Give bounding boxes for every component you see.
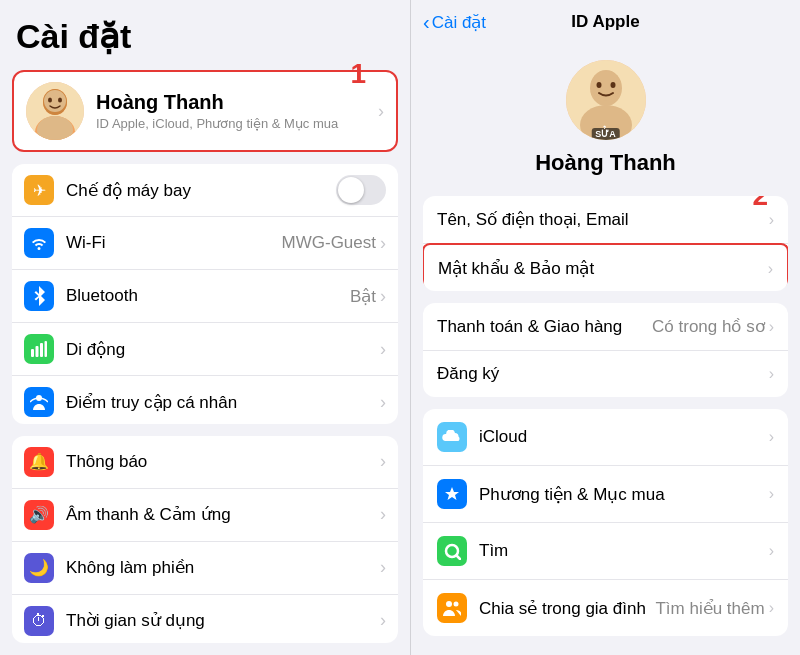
- settings-row-sound[interactable]: 🔊 Âm thanh & Cảm ứng ›: [12, 489, 398, 542]
- media-chevron-icon: ›: [769, 485, 774, 503]
- profile-subtitle: ID Apple, iCloud, Phương tiện & Mục mua: [96, 116, 378, 131]
- payment-chevron-icon: ›: [769, 318, 774, 336]
- step-1-label: 1: [350, 58, 366, 90]
- back-chevron-icon: ‹: [423, 11, 430, 34]
- notifications-chevron-icon: ›: [380, 451, 386, 472]
- wifi-chevron-icon: ›: [380, 233, 386, 254]
- bluetooth-chevron-icon: ›: [380, 286, 386, 307]
- password-chevron-icon: ›: [768, 260, 773, 278]
- screentime-icon: ⏱: [24, 606, 54, 636]
- airplane-icon: ✈: [24, 175, 54, 205]
- right-avatar[interactable]: SỬA: [566, 60, 646, 140]
- wifi-icon: [24, 228, 54, 258]
- right-group-1: 2 Tên, Số điện thoại, Email › Mật khẩu &…: [423, 196, 788, 291]
- payment-value: Có trong hồ sơ: [652, 316, 765, 337]
- hotspot-icon: [24, 387, 54, 417]
- bluetooth-icon: [24, 281, 54, 311]
- right-row-subscriptions[interactable]: Đăng ký ›: [423, 351, 788, 397]
- settings-row-dnd[interactable]: 🌙 Không làm phiền ›: [12, 542, 398, 595]
- settings-row-wifi[interactable]: Wi-Fi MWG-Guest ›: [12, 217, 398, 270]
- svg-point-17: [610, 82, 615, 88]
- sound-icon: 🔊: [24, 500, 54, 530]
- settings-group-1: ✈ Chế độ máy bay Wi-Fi MWG-Guest ›: [12, 164, 398, 424]
- svg-rect-9: [36, 346, 39, 357]
- right-profile-name: Hoàng Thanh: [535, 150, 676, 176]
- family-icon: [437, 593, 467, 623]
- svg-point-6: [58, 98, 62, 103]
- svg-point-21: [446, 601, 452, 607]
- settings-row-screentime[interactable]: ⏱ Thời gian sử dụng ›: [12, 595, 398, 643]
- airplane-toggle[interactable]: [336, 175, 386, 205]
- find-icon: [437, 536, 467, 566]
- svg-point-16: [596, 82, 601, 88]
- left-panel: Cài đặt 1 Hoàng Thanh ID Apple, iCloud, …: [0, 0, 410, 655]
- payment-label: Thanh toán & Giao hàng: [437, 317, 652, 337]
- family-value: Tìm hiểu thêm: [655, 598, 764, 619]
- right-row-media[interactable]: Phương tiện & Mục mua ›: [423, 466, 788, 523]
- back-button[interactable]: ‹ Cài đặt: [423, 11, 486, 34]
- right-row-payment[interactable]: Thanh toán & Giao hàng Có trong hồ sơ ›: [423, 303, 788, 351]
- settings-row-bluetooth[interactable]: Bluetooth Bật ›: [12, 270, 398, 323]
- left-title: Cài đặt: [0, 0, 410, 66]
- svg-point-22: [454, 602, 459, 607]
- right-header: ‹ Cài đặt ID Apple: [411, 0, 800, 44]
- bluetooth-value: Bật: [350, 286, 376, 307]
- right-row-name-phone[interactable]: Tên, Số điện thoại, Email ›: [423, 196, 788, 244]
- sound-label: Âm thanh & Cảm ứng: [66, 504, 380, 525]
- profile-card[interactable]: 1 Hoàng Thanh ID Apple, iCloud, Phương t…: [12, 70, 398, 152]
- avatar: [26, 82, 84, 140]
- profile-chevron-icon: ›: [378, 101, 384, 122]
- settings-row-cellular[interactable]: Di động ›: [12, 323, 398, 376]
- profile-info: Hoàng Thanh ID Apple, iCloud, Phương tiệ…: [96, 91, 378, 131]
- icloud-icon: [437, 422, 467, 452]
- name-phone-label: Tên, Số điện thoại, Email: [437, 209, 769, 230]
- cellular-chevron-icon: ›: [380, 339, 386, 360]
- right-group-2: Thanh toán & Giao hàng Có trong hồ sơ › …: [423, 303, 788, 397]
- find-label: Tìm: [479, 541, 769, 561]
- airplane-label: Chế độ máy bay: [66, 180, 336, 201]
- notifications-label: Thông báo: [66, 452, 380, 472]
- subscriptions-chevron-icon: ›: [769, 365, 774, 383]
- wifi-label: Wi-Fi: [66, 233, 282, 253]
- family-label: Chia sẻ trong gia đình: [479, 598, 655, 619]
- screentime-chevron-icon: ›: [380, 610, 386, 631]
- icloud-label: iCloud: [479, 427, 769, 447]
- settings-row-hotspot[interactable]: Điểm truy cập cá nhân ›: [12, 376, 398, 424]
- hotspot-label: Điểm truy cập cá nhân: [66, 392, 380, 413]
- right-row-password[interactable]: Mật khẩu & Bảo mật ›: [423, 243, 788, 291]
- cellular-label: Di động: [66, 339, 380, 360]
- svg-rect-11: [45, 341, 48, 357]
- screentime-label: Thời gian sử dụng: [66, 610, 380, 631]
- right-panel: ‹ Cài đặt ID Apple SỬA Hoàng Thanh 2 Tên…: [410, 0, 800, 655]
- svg-rect-8: [31, 349, 34, 357]
- family-chevron-icon: ›: [769, 599, 774, 617]
- icloud-chevron-icon: ›: [769, 428, 774, 446]
- svg-point-5: [48, 98, 52, 103]
- settings-group-2: 🔔 Thông báo › 🔊 Âm thanh & Cảm ứng › 🌙 K…: [12, 436, 398, 643]
- svg-line-20: [457, 556, 461, 560]
- edit-badge: SỬA: [591, 128, 620, 140]
- password-label: Mật khẩu & Bảo mật: [438, 258, 768, 279]
- back-label: Cài đặt: [432, 12, 486, 33]
- right-row-family[interactable]: Chia sẻ trong gia đình Tìm hiểu thêm ›: [423, 580, 788, 636]
- right-header-title: ID Apple: [571, 12, 639, 32]
- sound-chevron-icon: ›: [380, 504, 386, 525]
- settings-row-airplane[interactable]: ✈ Chế độ máy bay: [12, 164, 398, 217]
- subscriptions-label: Đăng ký: [437, 364, 769, 384]
- appstore-icon: [437, 479, 467, 509]
- wifi-value: MWG-Guest: [282, 233, 376, 253]
- find-chevron-icon: ›: [769, 542, 774, 560]
- right-row-icloud[interactable]: iCloud ›: [423, 409, 788, 466]
- cellular-icon: [24, 334, 54, 364]
- right-group-3: iCloud › Phương tiện & Mục mua › Tìm ›: [423, 409, 788, 636]
- toggle-knob: [338, 177, 364, 203]
- dnd-chevron-icon: ›: [380, 557, 386, 578]
- dnd-icon: 🌙: [24, 553, 54, 583]
- notifications-icon: 🔔: [24, 447, 54, 477]
- bluetooth-label: Bluetooth: [66, 286, 350, 306]
- dnd-label: Không làm phiền: [66, 557, 380, 578]
- hotspot-chevron-icon: ›: [380, 392, 386, 413]
- media-label: Phương tiện & Mục mua: [479, 484, 769, 505]
- right-row-find[interactable]: Tìm ›: [423, 523, 788, 580]
- settings-row-notifications[interactable]: 🔔 Thông báo ›: [12, 436, 398, 489]
